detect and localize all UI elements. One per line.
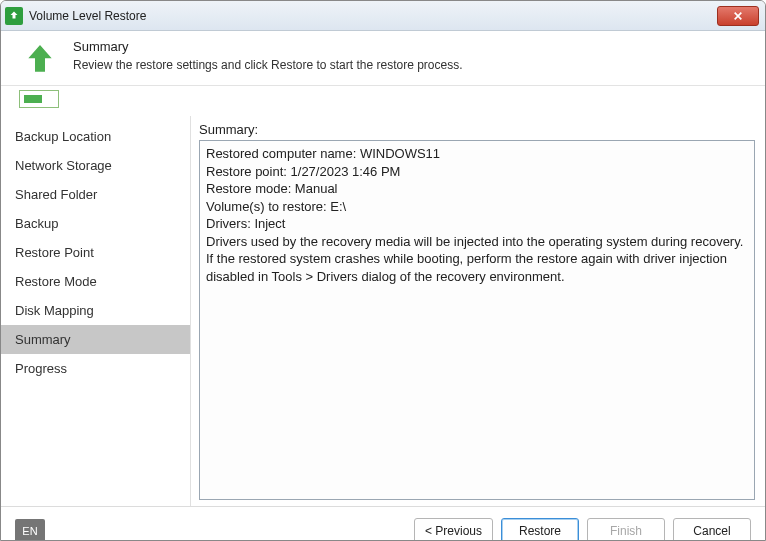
header-title: Summary [73, 39, 463, 54]
sidebar-item-restore-point[interactable]: Restore Point [1, 238, 190, 267]
summary-text-box[interactable]: Restored computer name: WINDOWS11 Restor… [199, 140, 755, 500]
restore-arrow-icon [19, 39, 61, 81]
sidebar-item-network-storage[interactable]: Network Storage [1, 151, 190, 180]
header-text: Summary Review the restore settings and … [73, 39, 463, 72]
summary-line: Drivers used by the recovery media will … [206, 233, 748, 286]
footer: EN < Previous Restore Finish Cancel [1, 506, 765, 541]
titlebar: Volume Level Restore [1, 1, 765, 31]
wizard-sidebar: Backup Location Network Storage Shared F… [1, 116, 191, 506]
header-subtitle: Review the restore settings and click Re… [73, 58, 463, 72]
sidebar-item-disk-mapping[interactable]: Disk Mapping [1, 296, 190, 325]
sidebar-item-progress[interactable]: Progress [1, 354, 190, 383]
app-icon [5, 7, 23, 25]
sidebar-item-shared-folder[interactable]: Shared Folder [1, 180, 190, 209]
language-button[interactable]: EN [15, 519, 45, 542]
sidebar-item-backup[interactable]: Backup [1, 209, 190, 238]
previous-button[interactable]: < Previous [414, 518, 493, 542]
close-icon [733, 11, 743, 21]
cancel-button[interactable]: Cancel [673, 518, 751, 542]
close-button[interactable] [717, 6, 759, 26]
summary-line: Restore point: 1/27/2023 1:46 PM [206, 163, 748, 181]
summary-line: Volume(s) to restore: E:\ [206, 198, 748, 216]
summary-label: Summary: [199, 122, 755, 137]
window-title: Volume Level Restore [29, 9, 717, 23]
sidebar-item-summary[interactable]: Summary [1, 325, 190, 354]
body: Backup Location Network Storage Shared F… [1, 116, 765, 506]
main-panel: Summary: Restored computer name: WINDOWS… [191, 116, 765, 506]
summary-line: Restored computer name: WINDOWS11 [206, 145, 748, 163]
summary-line: Drivers: Inject [206, 215, 748, 233]
finish-button: Finish [587, 518, 665, 542]
sidebar-item-backup-location[interactable]: Backup Location [1, 122, 190, 151]
progress-bar-icon [24, 95, 42, 103]
summary-line: Restore mode: Manual [206, 180, 748, 198]
sidebar-item-restore-mode[interactable]: Restore Mode [1, 267, 190, 296]
progress-step-icon [19, 90, 59, 108]
header: Summary Review the restore settings and … [1, 31, 765, 86]
restore-button[interactable]: Restore [501, 518, 579, 542]
